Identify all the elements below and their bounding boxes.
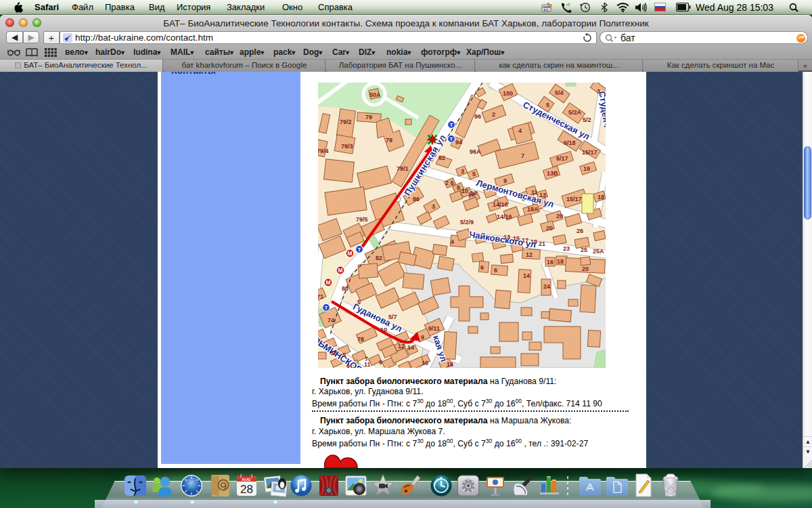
svg-text:9/11: 9/11 bbox=[428, 325, 440, 332]
svg-text:20: 20 bbox=[582, 266, 589, 272]
svg-text:13: 13 bbox=[503, 234, 510, 240]
svg-text:92: 92 bbox=[438, 154, 445, 161]
svg-text:4: 4 bbox=[451, 238, 454, 245]
svg-text:15: 15 bbox=[513, 235, 520, 242]
svg-text:79/2: 79/2 bbox=[340, 119, 352, 125]
svg-text:6: 6 bbox=[480, 264, 484, 271]
svg-text:12: 12 bbox=[526, 251, 533, 258]
svg-text:19: 19 bbox=[583, 165, 590, 172]
svg-text:5: 5 bbox=[546, 102, 549, 108]
svg-text:79/5: 79/5 bbox=[356, 216, 368, 223]
svg-text:82: 82 bbox=[376, 255, 382, 261]
svg-text:М: М bbox=[338, 267, 342, 274]
svg-text:96: 96 bbox=[474, 113, 481, 120]
svg-text:14: 14 bbox=[407, 344, 414, 351]
svg-text:79/4: 79/4 bbox=[318, 148, 329, 154]
svg-text:71: 71 bbox=[318, 293, 323, 300]
svg-text:5: 5 bbox=[342, 352, 346, 358]
svg-text:18А: 18А bbox=[527, 206, 539, 213]
svg-text:18: 18 bbox=[557, 258, 564, 265]
svg-text:23: 23 bbox=[563, 245, 570, 252]
svg-text:Т: Т bbox=[450, 136, 453, 142]
svg-text:3: 3 bbox=[597, 88, 600, 95]
svg-text:13В: 13В bbox=[547, 170, 558, 177]
svg-text:2 6: 2 6 bbox=[445, 179, 454, 186]
svg-text:15/17: 15/17 bbox=[566, 196, 582, 203]
svg-text:5: 5 bbox=[472, 171, 476, 177]
svg-text:21: 21 bbox=[539, 240, 545, 247]
svg-text:12: 12 bbox=[470, 190, 477, 196]
svg-text:50А: 50А bbox=[369, 91, 381, 98]
svg-text:25А: 25А bbox=[593, 248, 604, 255]
svg-text:18: 18 bbox=[597, 194, 604, 200]
svg-text:79/3: 79/3 bbox=[341, 143, 353, 150]
svg-text:6: 6 bbox=[494, 267, 497, 274]
svg-text:14: 14 bbox=[523, 272, 530, 279]
svg-text:86: 86 bbox=[413, 196, 420, 203]
svg-text:4: 4 bbox=[518, 127, 522, 134]
svg-text:5/7: 5/7 bbox=[388, 314, 397, 320]
svg-text:3: 3 bbox=[432, 203, 435, 210]
svg-text:12: 12 bbox=[398, 343, 405, 350]
svg-text:AUG: AUG bbox=[242, 478, 251, 482]
svg-text:13: 13 bbox=[539, 192, 546, 198]
svg-text:9: 9 bbox=[421, 334, 424, 341]
svg-text:5: 5 bbox=[357, 299, 361, 305]
svg-text:5/2: 5/2 bbox=[583, 117, 591, 123]
svg-text:18: 18 bbox=[447, 361, 453, 368]
svg-text:19: 19 bbox=[531, 238, 537, 245]
svg-text:6/17: 6/17 bbox=[556, 155, 568, 162]
svg-text:14/16: 14/16 bbox=[497, 213, 512, 220]
svg-text:2: 2 bbox=[492, 111, 495, 118]
svg-text:3: 3 bbox=[461, 168, 464, 175]
svg-text:26: 26 bbox=[577, 228, 583, 234]
svg-text:78: 78 bbox=[357, 336, 364, 343]
svg-text:15/17: 15/17 bbox=[582, 149, 597, 156]
svg-text:11: 11 bbox=[364, 361, 371, 368]
svg-text:М: М bbox=[325, 279, 330, 286]
svg-text:96А: 96А bbox=[470, 148, 481, 155]
svg-text:16: 16 bbox=[547, 259, 554, 266]
svg-text:Т: Т bbox=[325, 305, 328, 311]
svg-text:11: 11 bbox=[531, 189, 538, 196]
svg-text:9: 9 bbox=[503, 177, 507, 184]
svg-text:20: 20 bbox=[546, 225, 553, 232]
svg-text:79: 79 bbox=[386, 137, 392, 144]
svg-text:5/2/9: 5/2/9 bbox=[460, 219, 474, 226]
svg-text:79/1: 79/1 bbox=[397, 165, 409, 172]
svg-text:17: 17 bbox=[522, 237, 528, 244]
svg-text:14/16: 14/16 bbox=[493, 201, 508, 208]
svg-text:6/18: 6/18 bbox=[564, 140, 576, 146]
svg-text:80: 80 bbox=[342, 285, 348, 292]
svg-text:24: 24 bbox=[543, 283, 550, 290]
svg-text:10: 10 bbox=[380, 326, 387, 333]
svg-text:28: 28 bbox=[240, 483, 253, 496]
svg-text:М: М bbox=[347, 250, 352, 257]
svg-text:Т: Т bbox=[358, 247, 361, 253]
svg-text:79: 79 bbox=[365, 114, 372, 121]
svg-text:20: 20 bbox=[556, 213, 563, 219]
svg-text:10: 10 bbox=[461, 188, 468, 194]
svg-text:25: 25 bbox=[581, 247, 587, 253]
svg-text:Т: Т bbox=[450, 122, 453, 128]
svg-text:5/4: 5/4 bbox=[555, 89, 564, 96]
svg-text:94: 94 bbox=[455, 139, 462, 146]
svg-text:7: 7 bbox=[521, 152, 524, 159]
svg-text:38: 38 bbox=[330, 350, 337, 356]
svg-text:74: 74 bbox=[328, 317, 334, 324]
svg-text:16: 16 bbox=[422, 360, 428, 366]
svg-text:5/2А: 5/2А bbox=[568, 109, 582, 116]
svg-text:8: 8 bbox=[457, 184, 460, 191]
svg-text:9: 9 bbox=[379, 359, 382, 366]
svg-text:6: 6 bbox=[346, 362, 350, 368]
svg-text:100: 100 bbox=[503, 90, 513, 97]
